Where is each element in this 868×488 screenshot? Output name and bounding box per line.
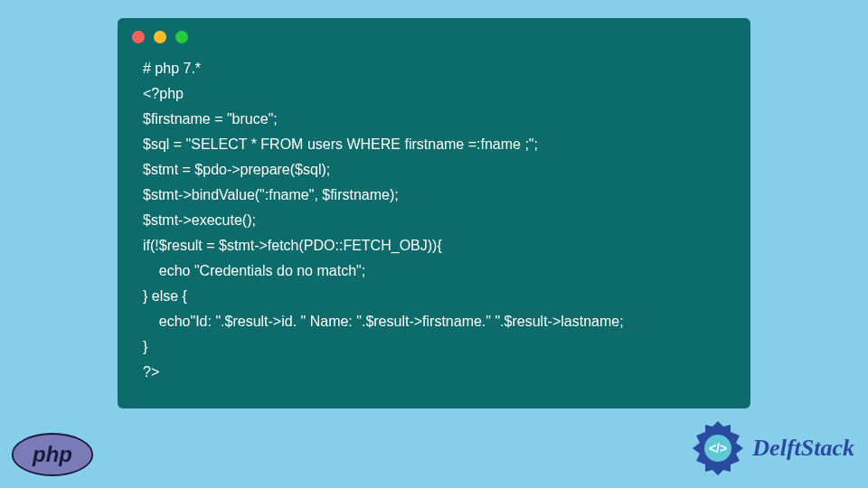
svg-text:</>: </> (709, 441, 727, 455)
php-logo-text: php (32, 442, 72, 466)
code-window: # php 7.* <?php $firstname = "bruce"; $s… (118, 18, 750, 408)
window-controls (118, 18, 750, 52)
maximize-dot-icon (175, 31, 188, 43)
code-body: # php 7.* <?php $firstname = "bruce"; $s… (118, 52, 750, 392)
php-logo-icon: php (11, 432, 94, 477)
minimize-dot-icon (154, 31, 166, 43)
close-dot-icon (132, 31, 145, 43)
delftstack-text: DelftStack (752, 435, 854, 462)
delftstack-badge-icon: </> (689, 419, 747, 477)
delftstack-logo: </> DelftStack (689, 419, 854, 477)
